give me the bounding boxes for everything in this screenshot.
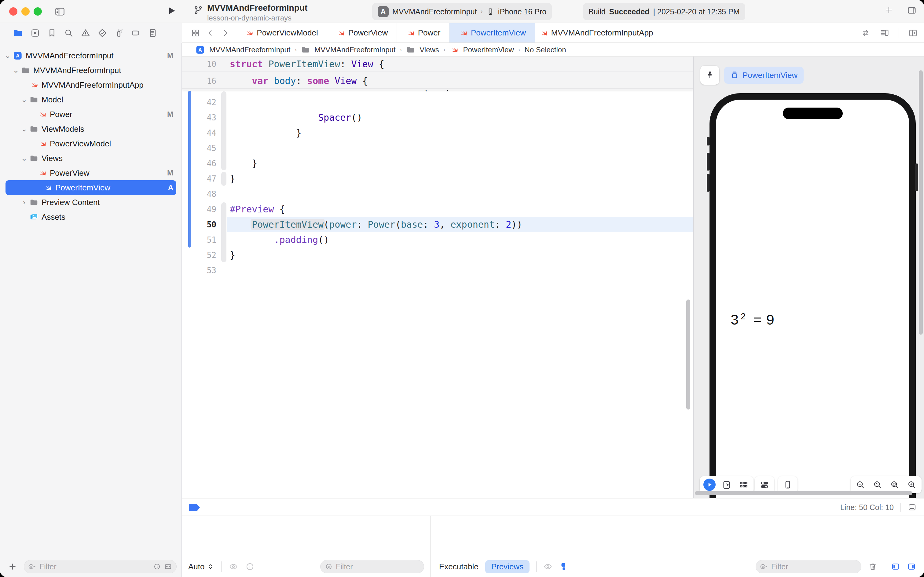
- project-navigator-icon[interactable]: [13, 28, 23, 38]
- disclosure-icon[interactable]: ⌄: [20, 95, 28, 104]
- code-line-51[interactable]: 51 .padding(): [182, 232, 693, 248]
- breadcrumb-item[interactable]: Views: [420, 45, 439, 54]
- navigator-filter-field[interactable]: Filter: [24, 560, 177, 573]
- code-line-49[interactable]: 49#Preview {: [182, 202, 693, 217]
- tab-PowerItemView[interactable]: PowerItemView: [449, 23, 535, 42]
- code-line-16[interactable]: 16 var body: some View {: [182, 73, 693, 89]
- sidebar-item-Assets[interactable]: Assets: [0, 210, 182, 224]
- sidebar-item-Views[interactable]: ⌄Views: [0, 151, 182, 166]
- disclosure-icon[interactable]: ›: [20, 198, 28, 206]
- breakpoint-navigator-icon[interactable]: [131, 28, 141, 38]
- code-line-42[interactable]: 42: [182, 95, 693, 110]
- sidebar-item-MVVMAndFreeformInput[interactable]: ⌄AMVVMAndFreeformInputM: [0, 48, 182, 63]
- preview-vertical-scrollbar[interactable]: [919, 70, 923, 335]
- breadcrumb-item[interactable]: PowerItemView: [463, 45, 514, 54]
- bookmark-navigator-icon[interactable]: [47, 28, 57, 38]
- breadcrumb-item[interactable]: MVVMAndFreeformInput: [314, 45, 395, 54]
- source-editor[interactable]: 41 .minimumScaleFactor(0.5)4243 Spacer()…: [182, 56, 693, 498]
- forward-icon[interactable]: [221, 29, 229, 37]
- code-line-43[interactable]: 43 Spacer(): [182, 110, 693, 125]
- sidebar-item-ViewModels[interactable]: ⌄ViewModels: [0, 122, 182, 136]
- code-line-50[interactable]: 50 PowerItemView(power: Power(base: 3, e…: [182, 217, 693, 232]
- variants-mode-button[interactable]: [736, 477, 751, 492]
- preview-target-chip[interactable]: PowerItemView: [724, 67, 803, 84]
- tab-PowerView[interactable]: PowerView: [327, 23, 397, 42]
- sidebar-item-PowerView[interactable]: PowerViewM: [0, 166, 182, 180]
- zoom-to-fit-button[interactable]: [887, 477, 902, 492]
- info-icon[interactable]: [245, 562, 254, 571]
- code-line-52[interactable]: 52}: [182, 248, 693, 263]
- zoom-actual-size-button[interactable]: [870, 477, 885, 492]
- source-control-navigator-icon[interactable]: [30, 28, 40, 38]
- code-line-48[interactable]: 48: [182, 187, 693, 202]
- zoom-out-button[interactable]: [853, 477, 868, 492]
- issue-navigator-icon[interactable]: [80, 28, 90, 38]
- device-settings-button[interactable]: [757, 477, 772, 492]
- live-preview-button[interactable]: [702, 477, 717, 492]
- selectable-mode-button[interactable]: [719, 477, 734, 492]
- minimize-button[interactable]: [21, 7, 30, 16]
- breadcrumb-item[interactable]: No Selection: [524, 45, 566, 54]
- pin-preview-button[interactable]: [700, 66, 719, 85]
- add-file-button[interactable]: [8, 562, 17, 571]
- scheme-device[interactable]: iPhone 16 Pro: [498, 7, 546, 16]
- test-navigator-icon[interactable]: [97, 28, 107, 38]
- console-filter-field[interactable]: Filter: [756, 560, 861, 573]
- run-button[interactable]: [166, 5, 177, 16]
- close-button[interactable]: [9, 7, 18, 16]
- activity-view[interactable]: Build Succeeded | 2025-02-20 at 12:35 PM: [583, 3, 745, 20]
- tab-overview-icon[interactable]: [191, 28, 200, 38]
- editor-scrollbar[interactable]: [686, 300, 690, 409]
- quicklook-icon[interactable]: [229, 562, 238, 571]
- code-line-44[interactable]: 44 }: [182, 125, 693, 140]
- debug-navigator-icon[interactable]: [114, 28, 124, 38]
- variables-filter-field[interactable]: Filter: [320, 560, 424, 573]
- console-mode-icon[interactable]: [559, 562, 568, 571]
- sidebar-item-MVVMAndFreeformInputApp[interactable]: MVVMAndFreeformInputApp: [0, 77, 182, 92]
- breadcrumb-item[interactable]: MVVMAndFreeformInput: [209, 45, 290, 54]
- sidebar-toggle-icon[interactable]: [55, 6, 65, 17]
- inspector-toggle-icon[interactable]: [907, 5, 917, 15]
- variables-panel-toggle[interactable]: [891, 562, 900, 571]
- disclosure-icon[interactable]: ⌄: [20, 154, 28, 163]
- tab-Power[interactable]: Power: [397, 23, 449, 42]
- code-line-46[interactable]: 46 }: [182, 156, 693, 171]
- back-icon[interactable]: [206, 29, 215, 37]
- sidebar-item-PowerViewModel[interactable]: PowerViewModel: [0, 136, 182, 151]
- add-editor-icon[interactable]: [908, 28, 918, 38]
- sidebar-item-Model[interactable]: ⌄Model: [0, 92, 182, 107]
- related-items-icon[interactable]: [861, 28, 871, 38]
- device-button[interactable]: [781, 477, 795, 492]
- console-previews-segment[interactable]: Previews: [485, 560, 530, 573]
- tab-PowerViewModel[interactable]: PowerViewModel: [236, 23, 327, 42]
- find-navigator-icon[interactable]: [64, 28, 74, 38]
- sidebar-item-Power[interactable]: PowerM: [0, 107, 182, 122]
- recents-icon[interactable]: [153, 562, 161, 571]
- clear-console-icon[interactable]: [868, 562, 877, 571]
- zoom-in-button[interactable]: [905, 477, 919, 492]
- sidebar-item-MVVMAndFreeformInput[interactable]: ⌄MVVMAndFreeformInput: [0, 63, 182, 77]
- disclosure-icon[interactable]: ⌄: [4, 52, 11, 60]
- scheme-selector[interactable]: A MVVMAndFreeformInput › iPhone 16 Pro: [372, 3, 552, 20]
- console-target-label[interactable]: Executable: [439, 562, 478, 572]
- console-panel-toggle[interactable]: [907, 562, 916, 571]
- variables-scope-menu[interactable]: Auto: [188, 562, 214, 572]
- scheme-name[interactable]: MVVMAndFreeformInput: [392, 7, 477, 16]
- iphone-screen[interactable]: 32 = 9: [716, 100, 910, 498]
- code-line-10[interactable]: 10struct PowerItemView: View {: [182, 56, 693, 72]
- zoom-button[interactable]: [34, 7, 42, 16]
- code-line-53[interactable]: 53: [182, 263, 693, 278]
- code-line-45[interactable]: 45: [182, 140, 693, 156]
- adjust-editor-icon[interactable]: [908, 503, 917, 512]
- code-line-47[interactable]: 47}: [182, 171, 693, 187]
- preview-horizontal-scrollbar[interactable]: [695, 491, 913, 495]
- sidebar-item-PowerItemView[interactable]: PowerItemViewA: [5, 180, 176, 195]
- minimap-icon[interactable]: [880, 28, 889, 38]
- tab-MVVMAndFreeformInputApp[interactable]: MVVMAndFreeformInputApp: [535, 23, 657, 42]
- quicklook-icon[interactable]: [543, 562, 552, 571]
- disclosure-icon[interactable]: ⌄: [20, 125, 28, 133]
- add-tab-button[interactable]: [884, 5, 893, 15]
- disclosure-icon[interactable]: ⌄: [12, 66, 20, 74]
- sidebar-item-Preview Content[interactable]: ›Preview Content: [0, 195, 182, 210]
- report-navigator-icon[interactable]: [148, 28, 158, 38]
